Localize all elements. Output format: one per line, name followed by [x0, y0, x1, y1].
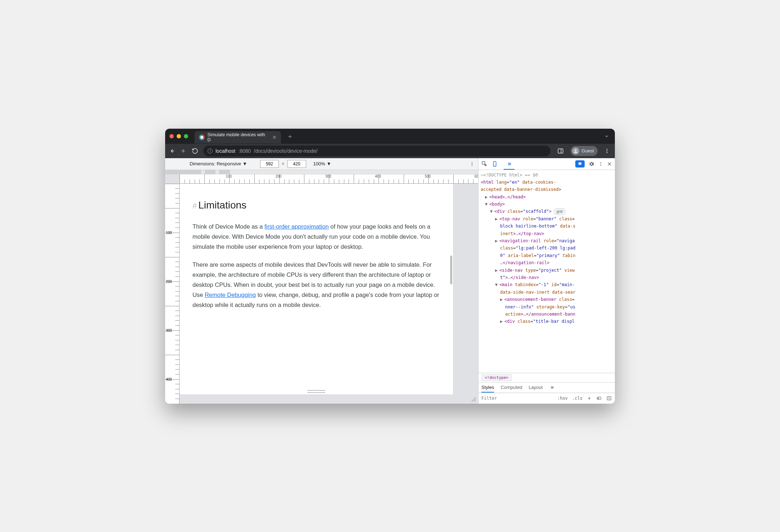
url-host: localhost	[216, 148, 235, 154]
devtools-toolbar	[479, 158, 615, 170]
devtools-pane: ⋯<!DOCTYPE html> == $0 <html lang="en" d…	[478, 158, 615, 404]
inspect-element-icon[interactable]	[481, 161, 488, 167]
close-window-button[interactable]	[169, 134, 174, 138]
styles-filter-bar: :hov .cls	[479, 393, 615, 404]
settings-icon[interactable]	[588, 161, 595, 167]
new-tab-button[interactable]: ＋	[287, 132, 293, 141]
tab-search-icon[interactable]	[604, 134, 609, 139]
chevron-down-icon: ▼	[327, 161, 331, 166]
address-bar[interactable]: i localhost:8080/docs/devtools/device-mo…	[203, 146, 550, 156]
svg-point-5	[607, 149, 608, 150]
profile-button[interactable]: Guest	[571, 146, 598, 156]
chrome-icon	[199, 134, 205, 140]
styles-more-tabs[interactable]	[549, 385, 555, 390]
dimensions-dropdown[interactable]: Dimensions: Responsive ▼	[190, 161, 247, 166]
devtools-more-tabs[interactable]	[506, 161, 512, 166]
chevron-down-icon: ▼	[242, 161, 247, 166]
browser-tab[interactable]: Simulate mobile devices with D ✕	[195, 131, 281, 143]
maximize-window-button[interactable]	[184, 134, 188, 138]
toolbar: i localhost:8080/docs/devtools/device-mo…	[165, 144, 615, 158]
guest-label: Guest	[581, 148, 594, 153]
resize-handle-bottom[interactable]	[307, 390, 325, 393]
browser-menu-button[interactable]	[603, 148, 611, 154]
side-panel-icon[interactable]	[555, 146, 566, 156]
svg-line-11	[472, 397, 476, 402]
cls-toggle[interactable]: .cls	[572, 396, 582, 401]
svg-rect-2	[558, 149, 563, 153]
tab-strip: Simulate mobile devices with D ✕ ＋	[165, 129, 615, 144]
new-style-rule-icon[interactable]	[587, 396, 592, 401]
link-first-order[interactable]: first-order approximation	[264, 223, 329, 230]
device-mode-pane: Dimensions: Responsive ▼ × 100% ▼	[165, 158, 478, 404]
devtools-menu-icon[interactable]	[598, 161, 603, 166]
paragraph: There are some aspects of mobile devices…	[192, 260, 440, 310]
avatar-icon	[572, 147, 579, 155]
svg-rect-25	[607, 396, 611, 400]
issues-icon[interactable]	[575, 160, 585, 168]
tab-computed[interactable]: Computed	[500, 385, 522, 390]
browser-window: Simulate mobile devices with D ✕ ＋ i loc…	[165, 129, 615, 404]
site-info-icon[interactable]: i	[208, 148, 213, 153]
link-remote-debugging[interactable]: Remote Debugging	[205, 292, 256, 298]
svg-point-9	[472, 163, 472, 164]
toggle-sidebar-icon[interactable]	[606, 396, 612, 401]
tab-title: Simulate mobile devices with D	[208, 132, 268, 142]
svg-rect-13	[482, 161, 485, 164]
elements-panel[interactable]: ⋯<!DOCTYPE html> == $0 <html lang="en" d…	[479, 170, 615, 373]
device-toggle-icon[interactable]	[491, 161, 498, 167]
ruler-vertical: 100200300400	[165, 184, 180, 404]
styles-filter-input[interactable]	[481, 396, 536, 401]
dom-breadcrumb[interactable]: <!doctype>	[479, 373, 615, 382]
breadcrumb-item[interactable]: <!doctype>	[481, 374, 512, 381]
media-query-bar[interactable]	[165, 170, 478, 174]
computed-styles-icon[interactable]	[596, 396, 602, 401]
emulated-page[interactable]: #Limitations Think of Device Mode as a f…	[180, 184, 453, 394]
svg-point-7	[607, 152, 608, 153]
page-heading: #Limitations	[192, 197, 440, 214]
svg-line-12	[474, 399, 476, 402]
close-tab-icon[interactable]: ✕	[272, 134, 277, 140]
forward-button[interactable]	[180, 148, 187, 154]
height-input[interactable]	[287, 160, 306, 168]
tab-layout[interactable]: Layout	[529, 385, 543, 390]
url-path: /docs/devtools/device-mode/	[254, 148, 317, 154]
dimension-separator: ×	[282, 161, 285, 166]
device-viewport: 100200300400500600 100200300400 #Limitat…	[165, 174, 478, 404]
device-toolbar-menu[interactable]	[470, 161, 475, 166]
window-controls	[169, 134, 188, 138]
styles-tab-strip: Styles Computed Layout	[479, 382, 615, 393]
width-input[interactable]	[260, 160, 279, 168]
scrollbar[interactable]	[450, 256, 452, 284]
resize-handle-corner[interactable]	[470, 396, 476, 402]
svg-point-8	[472, 162, 472, 162]
svg-point-4	[575, 149, 577, 151]
reload-button[interactable]	[192, 148, 198, 154]
svg-point-17	[600, 163, 601, 164]
ruler-horizontal: 100200300400500600	[180, 174, 478, 184]
svg-point-18	[600, 165, 601, 165]
devtools-close-icon[interactable]	[607, 161, 612, 166]
minimize-window-button[interactable]	[177, 134, 181, 138]
svg-point-6	[607, 150, 608, 151]
paragraph: Think of Device Mode as a first-order ap…	[192, 221, 440, 252]
device-toolbar: Dimensions: Responsive ▼ × 100% ▼	[165, 158, 478, 170]
back-button[interactable]	[169, 148, 175, 154]
svg-point-16	[600, 162, 601, 162]
hov-toggle[interactable]: :hov	[557, 396, 568, 401]
url-port: :8080	[238, 148, 251, 154]
svg-point-10	[472, 165, 472, 165]
svg-rect-24	[598, 398, 599, 399]
tab-styles[interactable]: Styles	[481, 385, 494, 390]
zoom-dropdown[interactable]: 100% ▼	[313, 161, 331, 166]
